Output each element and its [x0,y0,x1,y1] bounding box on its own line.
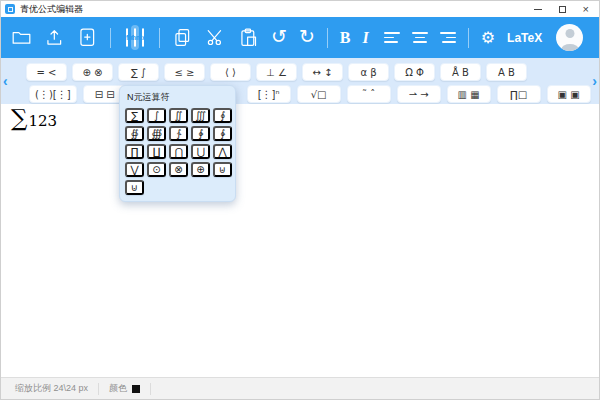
open-file-icon[interactable] [11,27,32,48]
nary-symbol-button[interactable]: ∲ [191,126,210,141]
palette-template-button[interactable]: ⇀ → [397,85,441,103]
toolbar-separator [110,28,111,48]
align-right-icon[interactable] [440,32,456,43]
title-bar: 青优公式编辑器 × [1,1,599,17]
nary-symbol-button[interactable]: ∱ [169,126,188,141]
redo-icon[interactable]: ↻ [299,27,315,46]
latex-button[interactable]: LaTeX [507,32,542,44]
status-separator [150,383,151,395]
undo-icon[interactable]: ↺ [271,27,287,46]
formula-sigma: ∑ [11,105,27,131]
nary-symbol-button[interactable]: ⊕ [191,162,210,177]
palette-category-button[interactable]: ⟨ ⟩ [210,63,251,81]
window-title: 青优公式编辑器 [20,3,83,16]
main-toolbar: PNG mml tex ↺ ↻ B I [1,17,599,58]
toolbar-separator [159,28,160,48]
new-document-icon[interactable] [77,27,98,48]
user-avatar[interactable] [556,24,583,51]
nary-symbol-button[interactable]: ∑ [125,108,144,123]
status-separator [98,383,99,395]
minimize-button[interactable] [534,9,542,10]
nary-operators-dropdown: N元运算符 ∑∫∬∭∮∯∰∱∲∳∏∐⋂⋃⋀⋁⊙⊗⊕⊎⊍ [119,85,236,202]
palette-category-button[interactable]: A B [486,63,527,81]
nary-symbol-button[interactable]: ⊙ [147,162,166,177]
export-tex-button[interactable]: tex [139,25,147,50]
nary-symbol-button[interactable]: ∏ [125,144,144,159]
nary-symbol-button[interactable]: ∰ [147,126,166,141]
app-window: 青优公式编辑器 × PNG mml [0,0,600,400]
color-label: 颜色 [109,382,127,395]
nary-symbol-button[interactable]: ⋁ [125,162,144,177]
palette-template-button[interactable]: ▥ ▦ [447,85,491,103]
nary-symbol-button[interactable]: ∭ [191,108,210,123]
palette-category-button[interactable]: ⊕ ⊗ [72,63,113,81]
close-button[interactable]: × [583,4,589,15]
cut-scissors-icon[interactable] [205,27,226,48]
palette-template-button[interactable]: (⋮)[⋮] [29,85,77,103]
nary-symbol-button[interactable]: ∮ [213,108,232,123]
nary-symbol-button[interactable]: ⊍ [125,180,144,195]
palette-category-button[interactable]: Å B [440,63,481,81]
palette-category-button[interactable]: ≤ ≥ [164,63,205,81]
italic-button[interactable]: I [363,30,372,46]
palette-scroll-left-icon[interactable]: ‹ [3,74,8,88]
file-badge-icon: tex [142,28,144,47]
nary-symbol-button[interactable]: ∳ [213,126,232,141]
zoom-ratio-label: 缩放比例 24\24 px [15,382,88,395]
nary-symbol-button[interactable]: ⋂ [169,144,188,159]
nary-symbol-button[interactable]: ∬ [169,108,188,123]
align-center-icon[interactable] [412,32,428,43]
nary-symbol-button[interactable]: ⋃ [191,144,210,159]
status-bar: 缩放比例 24\24 px 颜色 [1,377,599,399]
palette-template-button[interactable]: [⋮]ⁿ [247,85,291,103]
file-badge-icon: mml [134,28,136,47]
export-mml-button[interactable]: mml [131,25,139,50]
palette-category-button[interactable]: ↔ ↕ [302,63,343,81]
palette-category-button[interactable]: Ω Φ [394,63,435,81]
nary-symbol-button[interactable]: ⊎ [213,162,232,177]
formula-canvas[interactable]: ∑ 123 [1,104,599,377]
formula-content: ∑ 123 [11,105,57,131]
nary-symbol-button[interactable]: ∯ [125,126,144,141]
toolbar-separator [327,28,328,48]
palette-template-button[interactable]: ▣ ▣ [547,85,591,103]
dropdown-title: N元运算符 [127,91,230,104]
nary-symbol-button[interactable]: ∫ [147,108,166,123]
formula-digits: 123 [28,112,57,130]
app-logo-icon [5,4,15,14]
copy-icon[interactable] [172,27,193,48]
export-upload-icon[interactable] [44,27,65,48]
palette-scroll-right-icon[interactable]: › [592,74,597,88]
palette-template-button[interactable]: √□ [297,85,341,103]
palette-template-button[interactable]: ˜ ˆ [347,85,391,103]
file-badge-icon: PNG [126,28,128,47]
settings-gear-icon[interactable]: ⚙ [481,30,495,46]
palette-category-button[interactable]: ∑ ∫ [118,63,159,81]
palette-category-button[interactable]: = < [26,63,67,81]
paste-clipboard-icon[interactable] [238,27,259,48]
palette-category-button[interactable]: α β [348,63,389,81]
align-left-icon[interactable] [384,32,400,43]
symbol-palette: ‹ › = <⊕ ⊗∑ ∫≤ ≥⟨ ⟩⊥ ∠↔ ↕α βΩ ΦÅ BA B (⋮… [1,58,599,104]
palette-category-button[interactable]: ⊥ ∠ [256,63,297,81]
palette-template-button[interactable]: ∏□ [497,85,541,103]
maximize-button[interactable] [559,6,566,13]
toolbar-separator [468,28,469,48]
color-swatch[interactable] [132,385,140,393]
bold-button[interactable]: B [340,30,351,46]
nary-symbol-button[interactable]: ⋀ [213,144,232,159]
nary-symbol-button[interactable]: ∐ [147,144,166,159]
nary-symbol-button[interactable]: ⊗ [169,162,188,177]
